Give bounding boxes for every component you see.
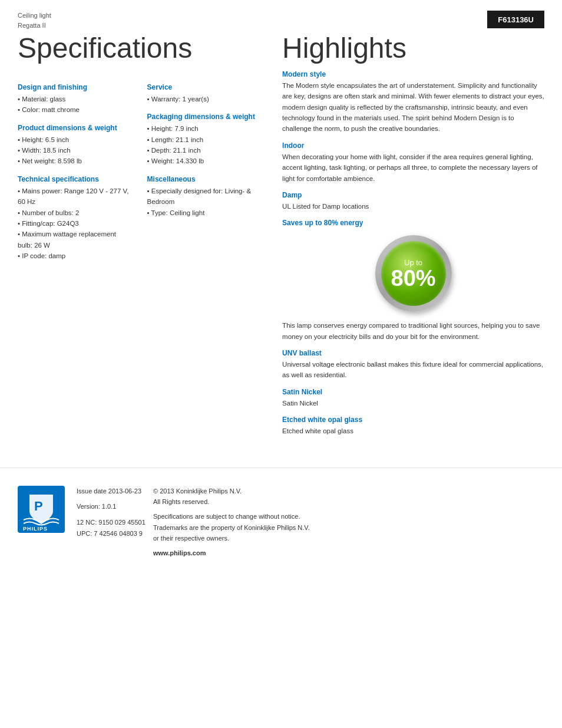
badge-inner: Up to 80% [381,241,446,306]
spec-item: Material: glass [18,94,130,104]
damp-text: UL Listed for Damp locations [282,201,544,212]
satin-nickel-text: Satin Nickel [282,398,544,409]
spec-item: Height: 7.9 inch [147,123,259,134]
main-content: Specifications Design and finishing Mate… [0,33,562,444]
spec-item: Number of bulbs: 2 [18,207,130,218]
spec-item: Color: matt chrome [18,104,130,115]
spec-item: Especially designed for: Living- & Bedro… [147,186,259,207]
spec-item: Width: 18.5 inch [18,145,130,156]
technical-specs-list: Mains power: Range 120 V - 277 V, 60 Hz … [18,186,130,262]
indoor-text: When decorating your home with light, co… [282,151,544,184]
highlight-etched-glass: Etched white opal glass Etched white opa… [282,416,544,436]
highlight-satin-nickel: Satin Nickel Satin Nickel [282,388,544,409]
highlight-unv-ballast: UNV ballast Universal voltage electronic… [282,349,544,381]
philips-logo: P PHILIPS [18,486,65,533]
copyright: © 2013 Koninklijke Philips N.V. [153,486,310,497]
product-dimensions-heading: Product dimensions & weight [18,124,130,132]
top-bar: Ceiling light Regatta II F613136U [0,0,562,30]
service-heading: Service [147,83,259,91]
product-dimensions-list: Height: 6.5 inch Width: 18.5 inch Net we… [18,134,130,167]
svg-text:PHILIPS: PHILIPS [23,526,48,532]
highlight-indoor: Indoor When decorating your home with li… [282,141,544,184]
specs-note: Specifications are subject to change wit… [153,511,310,522]
version: Version: 1.0.1 [77,501,153,512]
specifications-column: Specifications Design and finishing Mate… [18,33,270,444]
spec-item: Depth: 21.1 inch [147,145,259,156]
specs-col-left: Design and finishing Material: glass Col… [18,75,130,262]
product-subtitle: Ceiling light Regatta II [18,11,51,30]
issue-date: Issue date 2013-06-23 [77,486,153,497]
badge-outer: Up to 80% [375,235,452,312]
damp-heading: Damp [282,191,544,199]
svg-text:P: P [34,499,43,513]
highlights-column: Highlights Modern style The Modern style… [270,33,544,444]
spec-item: Maximum wattage replacement bulb: 26 W [18,229,130,251]
unv-ballast-heading: UNV ballast [282,349,544,357]
packaging-heading: Packaging dimensions & weight [147,113,259,121]
footer-cols: Issue date 2013-06-23 Version: 1.0.1 12 … [77,486,544,559]
highlight-damp: Damp UL Listed for Damp locations [282,191,544,212]
packaging-list: Height: 7.9 inch Length: 21.1 inch Depth… [147,123,259,167]
modern-style-heading: Modern style [282,70,544,78]
highlight-modern-style: Modern style The Modern style encapsulat… [282,70,544,134]
upc-number: UPC: 7 42546 04803 9 [77,528,153,539]
specifications-title: Specifications [18,33,259,64]
energy-heading: Saves up to 80% energy [282,219,544,227]
etched-glass-heading: Etched white opal glass [282,416,544,424]
modern-style-text: The Modern style encapsulates the art of… [282,80,544,134]
spec-item: Weight: 14.330 lb [147,156,259,166]
spec-item: Warranty: 1 year(s) [147,94,259,104]
highlight-energy: Saves up to 80% energy Up to 80% This la… [282,219,544,342]
footer-meta-col: Issue date 2013-06-23 Version: 1.0.1 12 … [77,486,153,539]
product-category: Ceiling light [18,11,51,21]
spec-item: Length: 21.1 inch [147,134,259,145]
website-link[interactable]: www.philips.com [153,548,310,559]
spec-item: Type: Ceiling light [147,207,259,218]
spec-item: Mains power: Range 120 V - 277 V, 60 Hz [18,186,130,207]
spec-item: Fitting/cap: G24Q3 [18,218,130,229]
product-model: Regatta II [18,21,51,31]
service-list: Warranty: 1 year(s) [147,94,259,104]
nc-number: 12 NC: 9150 029 45501 [77,517,153,528]
footer-legal-col: © 2013 Koninklijke Philips N.V. All Righ… [153,486,310,559]
etched-glass-text: Etched white opal glass [282,426,544,436]
highlights-title: Highlights [282,33,544,64]
miscellaneous-list: Especially designed for: Living- & Bedro… [147,186,259,218]
spec-item: IP code: damp [18,251,130,261]
technical-specs-heading: Technical specifications [18,175,130,183]
rights: All Rights reserved. [153,496,310,508]
design-finishing-list: Material: glass Color: matt chrome [18,94,130,116]
unv-ballast-text: Universal voltage electronic ballast mak… [282,359,544,381]
energy-description: This lamp conserves energy compared to t… [282,320,544,342]
product-code: F613136U [487,11,544,28]
design-finishing-heading: Design and finishing [18,83,130,91]
spec-item: Net weight: 8.598 lb [18,156,130,166]
trademark2: or their respective owners. [153,533,310,544]
specs-columns: Design and finishing Material: glass Col… [18,75,259,262]
footer: P PHILIPS Issue date 2013-06-23 Version:… [0,467,562,571]
satin-nickel-heading: Satin Nickel [282,388,544,396]
miscellaneous-heading: Miscellaneous [147,175,259,183]
trademark: Trademarks are the property of Koninklij… [153,522,310,533]
specs-col-right: Service Warranty: 1 year(s) Packaging di… [147,75,259,262]
energy-badge-container: Up to 80% [282,235,544,312]
spec-item: Height: 6.5 inch [18,134,130,145]
footer-content: Issue date 2013-06-23 Version: 1.0.1 12 … [77,486,544,559]
badge-percent-text: 80% [391,267,436,289]
indoor-heading: Indoor [282,141,544,150]
page: Ceiling light Regatta II F613136U Specif… [0,0,562,728]
